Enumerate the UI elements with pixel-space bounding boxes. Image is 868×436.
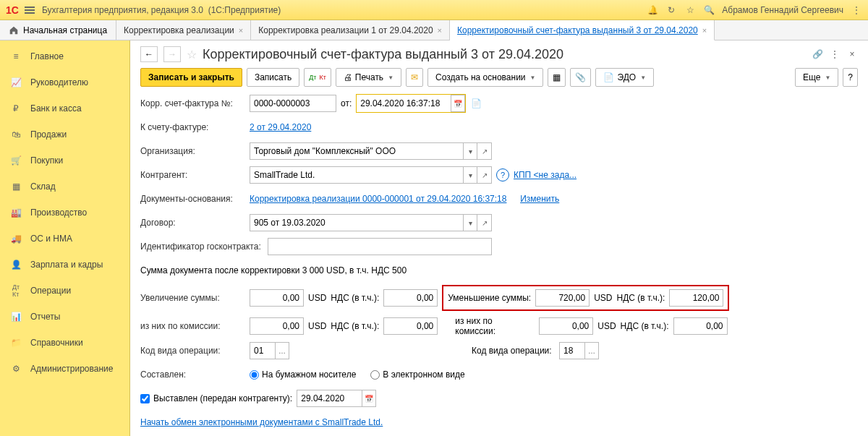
increase-vat-input[interactable] <box>383 289 438 307</box>
edo-link[interactable]: Начать обмен электронными документами с … <box>140 417 383 427</box>
toolbar: Записать и закрыть Записать ДтКт 🖨Печать… <box>140 68 858 87</box>
calendar-icon[interactable]: 📅 <box>362 390 376 407</box>
org-input[interactable] <box>250 142 463 160</box>
warehouse-icon: ▦ <box>10 181 22 192</box>
sidebar-item-manager[interactable]: 📈Руководителю <box>0 69 129 95</box>
kpp-link[interactable]: КПП <не зада... <box>514 170 576 180</box>
corr-num-input[interactable] <box>250 95 336 112</box>
select-icon[interactable]: … <box>275 342 289 359</box>
contract-input[interactable] <box>250 214 463 231</box>
sidebar-item-operations[interactable]: ДтКтОперации <box>0 278 129 304</box>
favorite-icon[interactable]: ☆ <box>187 48 197 61</box>
link-icon[interactable]: 🔗 <box>812 48 823 60</box>
opcode1-input[interactable] <box>250 342 275 359</box>
person-icon: 👤 <box>10 259 22 270</box>
commission-dec-input[interactable] <box>539 317 593 335</box>
close-icon[interactable]: × <box>239 26 243 35</box>
date-field[interactable]: 📅 <box>356 94 466 113</box>
home-icon <box>9 25 19 35</box>
more-button[interactable]: Еще▼ <box>795 68 838 87</box>
edo-button[interactable]: 📄ЭДО▼ <box>595 68 654 87</box>
dropdown-icon[interactable]: ▾ <box>463 214 477 231</box>
commission-dec-vat-input[interactable] <box>673 317 728 335</box>
tab-0[interactable]: Корректировка реализации× <box>116 20 251 40</box>
increase-input[interactable] <box>250 289 304 307</box>
increase-label: Увеличение суммы: <box>140 293 245 303</box>
calendar-icon[interactable]: 📅 <box>451 95 465 112</box>
change-link[interactable]: Изменить <box>520 194 559 204</box>
create-based-button[interactable]: Создать на основании▼ <box>427 68 543 87</box>
select-icon[interactable]: … <box>584 342 599 359</box>
sidebar-item-purchases[interactable]: 🛒Покупки <box>0 148 129 174</box>
sidebar-item-warehouse[interactable]: ▦Склад <box>0 174 129 200</box>
menu-icon[interactable]: ⋮ <box>851 4 862 16</box>
more-icon[interactable]: ⋮ <box>829 48 841 60</box>
issued-date-input[interactable] <box>297 390 362 407</box>
help-icon[interactable]: ? <box>496 168 509 181</box>
to-invoice-link[interactable]: 2 от 29.04.2020 <box>250 122 311 132</box>
basis-link[interactable]: Корректировка реализации 0000-000001 от … <box>250 194 506 204</box>
cart-icon: 🛒 <box>10 155 22 166</box>
sidebar-item-hr[interactable]: 👤Зарплата и кадры <box>0 252 129 278</box>
save-button[interactable]: Записать <box>247 68 299 87</box>
composed-label: Составлен: <box>140 369 245 380</box>
sidebar-item-assets[interactable]: 🚚ОС и НМА <box>0 226 129 252</box>
sidebar-item-production[interactable]: 🏭Производство <box>0 200 129 226</box>
decrease-vat-input[interactable] <box>669 289 723 307</box>
close-page-icon[interactable]: × <box>846 48 858 60</box>
user-name[interactable]: Абрамов Геннадий Сергеевич <box>722 5 843 15</box>
tab-1[interactable]: Корректировка реализации 1 от 29.04.2020… <box>251 20 450 40</box>
mail-button[interactable]: ✉ <box>406 68 423 87</box>
close-icon[interactable]: × <box>702 26 707 35</box>
dtkt-button[interactable]: ДтКт <box>304 68 331 87</box>
commission-inc-vat-input[interactable] <box>383 317 438 335</box>
tab-2[interactable]: Корректировочный счет-фактура выданный 3… <box>450 20 715 40</box>
history-icon[interactable]: ↻ <box>665 4 677 16</box>
gov-id-input[interactable] <box>268 238 492 255</box>
decrease-highlight: Уменьшение суммы: USD НДС (в т.ч.): <box>442 285 729 311</box>
close-icon[interactable]: × <box>438 26 442 35</box>
issued-checkbox[interactable]: Выставлен (передан контрагенту): <box>140 393 292 403</box>
dropdown-icon[interactable]: ▾ <box>463 166 477 184</box>
open-icon[interactable]: ↗ <box>477 142 492 160</box>
app-title: Бухгалтерия предприятия, редакция 3.0 (1… <box>42 5 281 15</box>
counterparty-input[interactable] <box>250 166 463 184</box>
related-button[interactable]: ▦ <box>548 68 566 87</box>
radio-electronic[interactable]: В электронном виде <box>370 369 464 380</box>
doc-icon[interactable]: 📄 <box>470 98 482 109</box>
commission-inc-input[interactable] <box>250 317 304 335</box>
decrease-label: Уменьшение суммы: <box>448 293 531 303</box>
sidebar-item-admin[interactable]: ⚙Администрирование <box>0 356 129 382</box>
star-icon[interactable]: ☆ <box>684 4 696 16</box>
save-close-button[interactable]: Записать и закрыть <box>140 68 242 87</box>
opcode2-input[interactable] <box>559 342 584 359</box>
logo-1c: 1C <box>6 4 19 16</box>
sidebar-item-sales[interactable]: 🛍Продажи <box>0 121 129 148</box>
folder-icon: 📁 <box>10 337 22 349</box>
commission-inc-label: из них по комиссии: <box>140 321 245 331</box>
opcode2-label: Код вида операции: <box>472 346 555 356</box>
attach-button[interactable]: 📎 <box>570 68 591 87</box>
dropdown-icon[interactable]: ▾ <box>463 142 477 160</box>
edo-icon: 📄 <box>603 72 614 82</box>
hamburger-icon[interactable] <box>25 7 35 14</box>
org-label: Организация: <box>140 146 245 156</box>
sidebar-item-bank[interactable]: ₽Банк и касса <box>0 95 129 121</box>
radio-paper[interactable]: На бумажном носителе <box>250 369 356 380</box>
open-icon[interactable]: ↗ <box>477 166 492 184</box>
search-icon[interactable]: 🔍 <box>703 4 715 16</box>
open-icon[interactable]: ↗ <box>477 214 492 231</box>
sidebar-item-catalogs[interactable]: 📁Справочники <box>0 330 129 356</box>
sidebar-item-main[interactable]: ≡Главное <box>0 43 129 69</box>
mail-icon: ✉ <box>411 72 418 82</box>
home-tab[interactable]: Начальная страница <box>0 20 116 40</box>
print-button[interactable]: 🖨Печать▼ <box>336 68 401 87</box>
help-button[interactable]: ? <box>843 68 858 87</box>
back-button[interactable]: ← <box>140 46 158 62</box>
bell-icon[interactable]: 🔔 <box>647 4 658 16</box>
forward-button[interactable]: → <box>163 46 181 62</box>
decrease-input[interactable] <box>535 289 590 307</box>
sidebar-item-reports[interactable]: 📊Отчеты <box>0 304 129 330</box>
bag-icon: 🛍 <box>10 129 22 140</box>
printer-icon: 🖨 <box>344 72 352 82</box>
